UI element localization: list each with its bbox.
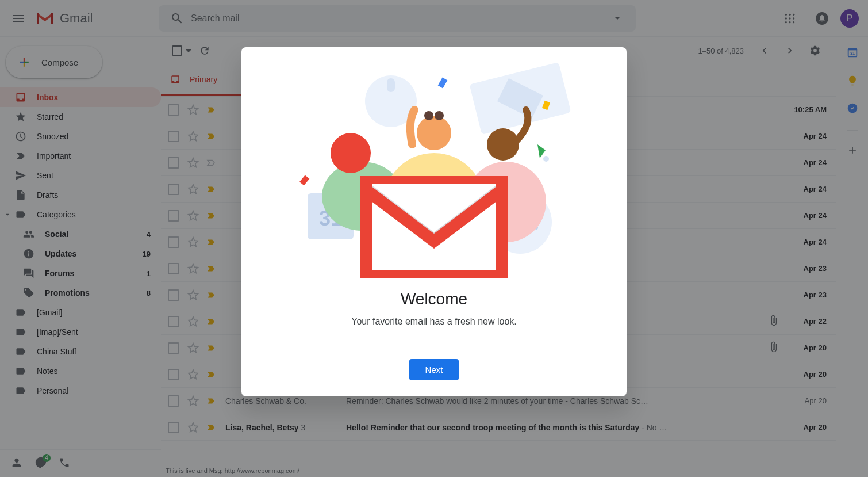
svg-point-31 <box>435 111 444 120</box>
svg-rect-37 <box>496 176 508 278</box>
modal-next-button[interactable]: Next <box>409 359 459 380</box>
modal-title: Welcome <box>401 290 467 308</box>
svg-point-29 <box>417 116 451 150</box>
svg-rect-36 <box>360 176 372 278</box>
svg-rect-20 <box>438 78 448 89</box>
svg-point-27 <box>331 133 371 173</box>
welcome-modal: 31 <box>241 47 627 396</box>
modal-subtitle: Your favorite email has a fresh new look… <box>351 316 517 327</box>
svg-rect-16 <box>387 78 395 92</box>
svg-rect-25 <box>299 175 309 185</box>
svg-rect-35 <box>368 184 500 270</box>
welcome-illustration: 31 <box>290 61 578 280</box>
svg-point-30 <box>424 111 433 120</box>
svg-point-23 <box>543 156 549 162</box>
modal-overlay[interactable]: 31 <box>0 0 868 477</box>
